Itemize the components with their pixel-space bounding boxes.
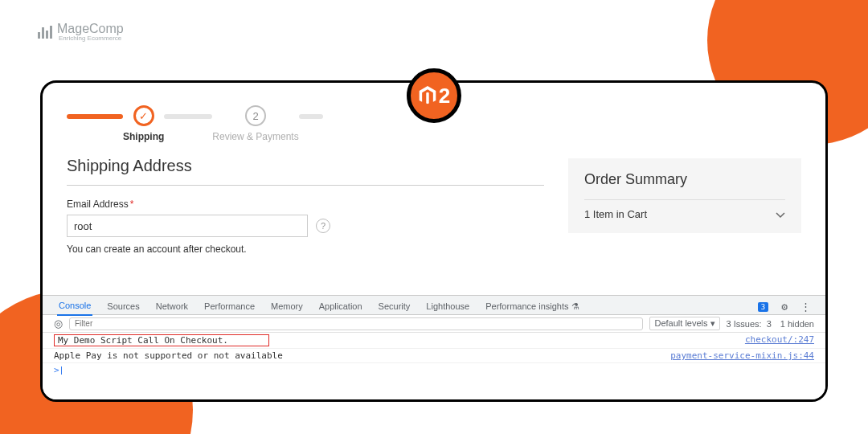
eye-icon[interactable]: ◎ xyxy=(54,317,63,330)
tab-security[interactable]: Security xyxy=(377,298,412,315)
devtools-tabbar: Console Sources Network Performance Memo… xyxy=(43,296,825,315)
browser-frame: ✓ Shipping 2 Review & Payments Shipping … xyxy=(40,80,828,402)
chevron-down-icon xyxy=(776,210,785,219)
magento-icon xyxy=(418,86,437,105)
log-source[interactable]: checkout/:247 xyxy=(745,334,814,346)
step-shipping-label: Shipping xyxy=(123,131,164,142)
issues-indicator[interactable]: 3 Issues: 3 xyxy=(727,319,774,329)
m2-badge: 2 xyxy=(407,68,461,123)
check-icon: ✓ xyxy=(133,105,154,126)
page-title: Shipping Address xyxy=(67,157,544,186)
badge-text: 2 xyxy=(439,84,450,108)
email-label: Email Address* xyxy=(67,199,544,210)
tab-application[interactable]: Application xyxy=(317,298,364,315)
progress-bar-3 xyxy=(299,114,323,119)
tab-console[interactable]: Console xyxy=(57,297,92,316)
filter-input[interactable] xyxy=(69,317,643,330)
log-source[interactable]: payment-service-mixin.js:44 xyxy=(670,350,814,361)
log-line[interactable]: Apple Pay is not supported or not availa… xyxy=(43,349,825,363)
tab-sources[interactable]: Sources xyxy=(105,298,141,315)
devtools-panel: Console Sources Network Performance Memo… xyxy=(43,295,825,399)
messages-count[interactable]: 3 xyxy=(756,301,768,312)
console-prompt[interactable]: > xyxy=(43,363,825,377)
brand-logo: MageComp Enriching Ecommerce xyxy=(38,22,124,42)
step-review-label: Review & Payments xyxy=(212,131,298,142)
tab-perf-insights[interactable]: Performance insights ⚗ xyxy=(484,298,580,316)
email-hint: You can create an account after checkout… xyxy=(67,244,544,255)
tab-lighthouse[interactable]: Lighthouse xyxy=(424,298,471,315)
step-2-number: 2 xyxy=(245,105,266,126)
more-icon[interactable]: ⋮ xyxy=(800,301,811,313)
cart-toggle[interactable]: 1 Item in Cart xyxy=(584,199,785,220)
logo-bars-icon xyxy=(38,26,52,39)
gear-icon[interactable]: ⚙ xyxy=(781,301,788,313)
console-log: My Demo Script Call On Checkout. checkou… xyxy=(43,333,825,377)
tab-memory[interactable]: Memory xyxy=(269,298,305,315)
required-icon: * xyxy=(130,199,134,210)
progress-bar-1 xyxy=(67,114,123,119)
log-levels-select[interactable]: Default levels ▾ xyxy=(649,317,719,330)
log-message: My Demo Script Call On Checkout. xyxy=(54,334,269,346)
progress-bar-2 xyxy=(164,114,212,119)
tab-network[interactable]: Network xyxy=(154,298,190,315)
order-summary-title: Order Summary xyxy=(584,171,785,188)
brand-tagline: Enriching Ecommerce xyxy=(59,35,124,42)
order-summary: Order Summary 1 Item in Cart xyxy=(568,158,801,233)
step-review[interactable]: 2 Review & Payments xyxy=(212,105,298,142)
log-line[interactable]: My Demo Script Call On Checkout. checkou… xyxy=(43,333,825,349)
help-icon[interactable]: ? xyxy=(316,219,330,233)
cart-line-text: 1 Item in Cart xyxy=(584,208,647,220)
email-field[interactable] xyxy=(67,215,308,237)
tab-performance[interactable]: Performance xyxy=(203,298,256,315)
step-shipping[interactable]: ✓ Shipping xyxy=(123,105,164,142)
log-message: Apple Pay is not supported or not availa… xyxy=(54,350,283,361)
hidden-count: 1 hidden xyxy=(780,319,814,329)
